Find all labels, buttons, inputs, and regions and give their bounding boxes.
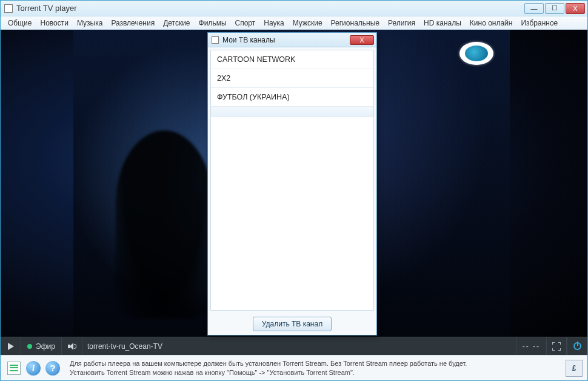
list-item[interactable]: ФУТБОЛ (УКРАИНА) xyxy=(211,88,373,107)
delete-channel-button[interactable]: Удалить ТВ канал xyxy=(253,317,332,331)
fullscreen-button[interactable] xyxy=(546,337,567,356)
minimize-button[interactable]: — xyxy=(524,3,544,14)
titlebar[interactable]: Torrent TV player — ☐ X xyxy=(1,1,587,16)
list-item[interactable]: 2X2 xyxy=(211,69,373,88)
menu-entertainment[interactable]: Развлечения xyxy=(107,18,158,29)
time-display: -- -- xyxy=(516,337,546,356)
menubar: Общие Новости Музыка Развлечения Детские… xyxy=(1,16,587,30)
svg-marker-0 xyxy=(8,343,14,350)
live-indicator[interactable]: Эфир xyxy=(21,337,62,356)
status-text: Для работы плеера на вашем компьютере до… xyxy=(64,359,563,377)
dialog-titlebar[interactable]: Мои ТВ каналы X xyxy=(208,33,376,47)
status-line-1: Для работы плеера на вашем компьютере до… xyxy=(70,359,563,368)
menu-favorites[interactable]: Избранное xyxy=(517,18,561,29)
menu-online-cinema[interactable]: Кино онлайн xyxy=(466,18,516,29)
playlist-button[interactable] xyxy=(5,360,22,377)
dialog-title: Мои ТВ каналы xyxy=(222,36,350,44)
power-icon xyxy=(573,342,581,350)
info-button[interactable]: i xyxy=(25,360,42,377)
app-icon xyxy=(4,4,13,13)
menu-regional[interactable]: Региональные xyxy=(327,18,383,29)
info-icon: i xyxy=(26,361,41,376)
stream-name: torrent-tv-ru_Ocean-TV xyxy=(82,342,167,351)
currency-icon: £ xyxy=(572,364,576,373)
list-item[interactable] xyxy=(211,107,373,117)
channel-logo xyxy=(459,42,493,65)
menu-mens[interactable]: Мужские xyxy=(289,18,326,29)
help-button[interactable]: ? xyxy=(44,360,61,377)
menu-music[interactable]: Музыка xyxy=(73,18,106,29)
close-button[interactable]: X xyxy=(566,3,585,14)
menu-hd[interactable]: HD каналы xyxy=(420,18,465,29)
menu-kids[interactable]: Детские xyxy=(159,18,193,29)
help-icon: ? xyxy=(45,361,60,376)
live-label: Эфир xyxy=(36,342,55,351)
play-button[interactable] xyxy=(1,337,21,356)
live-dot-icon xyxy=(27,344,32,349)
status-line-2: Установить Torrent Stream можно нажав на… xyxy=(70,368,563,377)
list-item[interactable]: CARTOON NETWORK xyxy=(211,50,373,69)
menu-common[interactable]: Общие xyxy=(4,18,35,29)
dialog-close-button[interactable]: X xyxy=(350,35,374,45)
menu-religion[interactable]: Религия xyxy=(384,18,419,29)
menu-news[interactable]: Новости xyxy=(36,18,72,29)
player-controls: Эфир torrent-tv-ru_Ocean-TV -- -- xyxy=(1,337,587,355)
my-channels-dialog[interactable]: Мои ТВ каналы X CARTOON NETWORK 2X2 ФУТБ… xyxy=(207,32,377,335)
menu-movies[interactable]: Фильмы xyxy=(195,18,230,29)
menu-sport[interactable]: Спорт xyxy=(232,18,259,29)
playlist-icon xyxy=(7,362,21,375)
volume-icon xyxy=(68,343,76,350)
status-bar: i ? Для работы плеера на вашем компьютер… xyxy=(1,355,587,380)
maximize-button[interactable]: ☐ xyxy=(545,3,564,14)
menu-science[interactable]: Наука xyxy=(260,18,287,29)
channels-list[interactable]: CARTOON NETWORK 2X2 ФУТБОЛ (УКРАИНА) xyxy=(210,50,374,311)
donate-button[interactable]: £ xyxy=(566,360,583,377)
fullscreen-icon xyxy=(552,342,561,351)
app-window: Torrent TV player — ☐ X Общие Новости Му… xyxy=(0,0,588,381)
window-title: Torrent TV player xyxy=(16,4,524,13)
dialog-footer: Удалить ТВ канал xyxy=(208,313,376,335)
ocean-tv-logo-icon xyxy=(465,46,488,61)
volume-button[interactable] xyxy=(62,337,82,356)
power-button[interactable] xyxy=(567,337,587,356)
dialog-icon xyxy=(212,36,219,44)
